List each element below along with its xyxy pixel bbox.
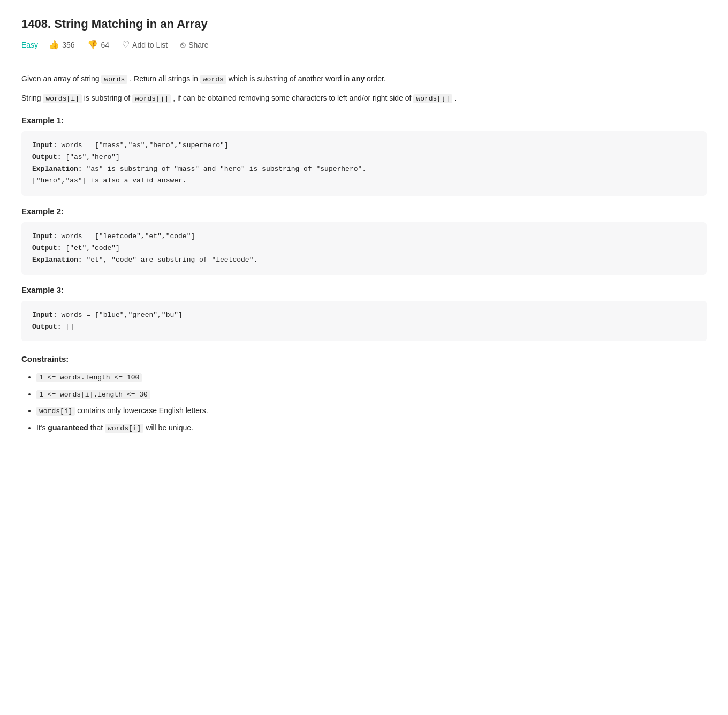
share-button[interactable]: ⎋ Share [178,39,210,51]
inline-code-words2: words [200,75,226,84]
constraint-1: 1 <= words.length <= 100 [36,370,707,385]
constraint-2: 1 <= words[i].length <= 30 [36,387,707,402]
constraints-list: 1 <= words.length <= 100 1 <= words[i].l… [21,370,707,436]
example-1-code: Input: words = ["mass","as","hero","supe… [21,131,707,195]
thumbs-down-count: 64 [101,41,109,49]
inline-code-words: words [101,75,127,84]
example-3: Example 3: Input: words = ["blue","green… [21,285,707,341]
problem-description: Given an array of string words . Return … [21,73,707,105]
constraint-1-code: 1 <= words.length <= 100 [36,373,142,382]
constraint-4-code: words[i] [105,424,143,433]
inline-code-wordsj2: words[j] [413,94,452,103]
example-2-code: Input: words = ["leetcode","et","code"] … [21,222,707,275]
thumbs-down-icon: 👎 [87,40,98,50]
example-2-title: Example 2: [21,207,707,216]
share-icon: ⎋ [180,40,186,50]
thumbs-down-button[interactable]: 👎 64 [85,39,111,51]
constraint-3: words[i] contains only lowercase English… [36,404,707,419]
constraint-2-code: 1 <= words[i].length <= 30 [36,390,150,399]
meta-row: Easy 👍 356 👎 64 ♡ Add to List ⎋ Share [21,39,707,62]
thumbs-up-icon: 👍 [49,40,59,50]
constraint-4: It's guaranteed that words[i] will be un… [36,421,707,436]
add-to-list-button[interactable]: ♡ Add to List [120,39,170,51]
example-2: Example 2: Input: words = ["leetcode","e… [21,207,707,275]
thumbs-up-count: 356 [62,41,74,49]
constraints-title: Constraints: [21,354,707,363]
constraint-3-code: words[i] [36,407,75,416]
add-to-list-label: Add to List [132,41,168,49]
example-3-title: Example 3: [21,285,707,294]
description-paragraph-1: Given an array of string words . Return … [21,73,707,86]
description-paragraph-2: String words[i] is substring of words[j]… [21,92,707,105]
constraints-section: Constraints: 1 <= words.length <= 100 1 … [21,354,707,436]
thumbs-up-button[interactable]: 👍 356 [47,39,77,51]
heart-icon: ♡ [122,40,130,50]
example-1-title: Example 1: [21,116,707,125]
share-label: Share [188,41,208,49]
inline-code-wordsj: words[j] [132,94,171,103]
example-1: Example 1: Input: words = ["mass","as","… [21,116,707,195]
examples-section: Example 1: Input: words = ["mass","as","… [21,116,707,341]
example-3-code: Input: words = ["blue","green","bu"] Out… [21,301,707,341]
problem-title: 1408. String Matching in an Array [21,17,707,31]
difficulty-badge: Easy [21,41,38,49]
inline-code-wordsi: words[i] [43,94,81,103]
